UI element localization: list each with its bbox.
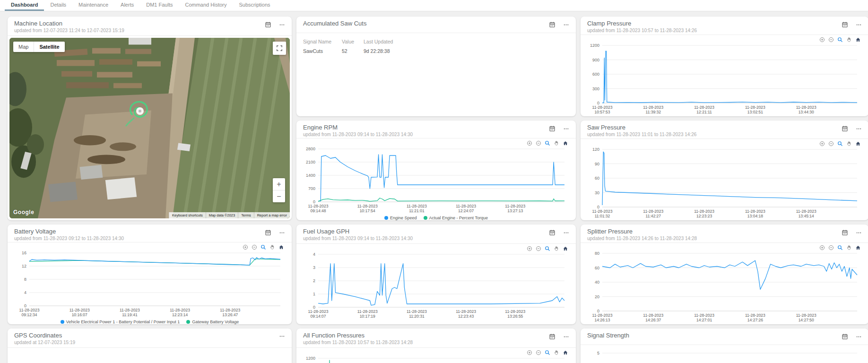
zoom-in-icon[interactable] xyxy=(527,140,532,146)
pan-hand-icon[interactable] xyxy=(846,37,852,43)
legend-item[interactable]: Engine Speed xyxy=(384,216,417,220)
battery-voltage-chart[interactable]: 048121611-28-202309:12:3411-28-202310:16… xyxy=(12,251,287,319)
svg-text:13:27:13: 13:27:13 xyxy=(507,208,523,213)
pan-hand-icon[interactable] xyxy=(846,141,852,147)
more-options-icon[interactable] xyxy=(856,230,862,236)
all-function-pressures-chart[interactable]: 03006009001200 xyxy=(301,356,571,363)
legend-item[interactable]: Vehicle Electrical Power 1 - Battery Pot… xyxy=(61,320,180,324)
pan-hand-icon[interactable] xyxy=(554,246,559,251)
terms-link[interactable]: Terms xyxy=(238,212,253,218)
zoom-out-icon[interactable] xyxy=(536,246,541,251)
tab-dm1-faults[interactable]: DM1 Faults xyxy=(140,0,179,11)
satellite-map[interactable]: Map Satellite xyxy=(9,38,290,218)
home-reset-icon[interactable] xyxy=(855,141,861,147)
panel-subtitle: updated from 12-07-2023 11:24 to 12-07-2… xyxy=(14,28,124,33)
calendar-icon[interactable] xyxy=(265,21,271,28)
svg-text:11-28-2023: 11-28-2023 xyxy=(694,105,714,110)
report-map-error-link[interactable]: Report a map error xyxy=(254,212,290,218)
tab-maintenance[interactable]: Maintenance xyxy=(72,0,114,11)
panel-header: Splitter Pressure updated from 11-28-202… xyxy=(581,225,868,243)
saw-pressure-chart[interactable]: 030609012011-28-202311:01:3211-28-202311… xyxy=(585,147,864,220)
zoom-out-icon[interactable] xyxy=(536,350,541,355)
svg-text:300: 300 xyxy=(592,86,599,91)
zoom-in-icon[interactable] xyxy=(819,245,825,251)
zoom-out-icon[interactable] xyxy=(828,37,834,43)
home-reset-icon[interactable] xyxy=(563,140,568,146)
map-type-control: Map Satellite xyxy=(13,42,65,52)
svg-text:09:12:34: 09:12:34 xyxy=(21,312,37,317)
more-options-icon[interactable] xyxy=(856,22,862,28)
tab-details[interactable]: Details xyxy=(44,0,72,11)
calendar-icon[interactable] xyxy=(549,125,556,132)
calendar-icon[interactable] xyxy=(549,333,556,340)
tab-command-history[interactable]: Command History xyxy=(179,0,233,11)
box-zoom-icon[interactable] xyxy=(260,244,266,250)
more-options-icon[interactable] xyxy=(279,22,285,28)
signal-strength-chart[interactable]: 012345 xyxy=(585,351,864,363)
zoom-in-icon[interactable] xyxy=(527,246,532,251)
zoom-out-icon[interactable] xyxy=(828,245,834,251)
chart-legend: Vehicle Electrical Power 1 - Battery Pot… xyxy=(12,319,287,324)
box-zoom-icon[interactable] xyxy=(837,141,843,147)
engine-rpm-chart[interactable]: 070014002100280011-28-202309:14:4811-28-… xyxy=(301,147,571,215)
zoom-out-button[interactable]: − xyxy=(273,190,285,202)
more-options-icon[interactable] xyxy=(563,230,569,236)
calendar-icon[interactable] xyxy=(549,229,556,236)
calendar-icon[interactable] xyxy=(842,229,848,236)
more-options-icon[interactable] xyxy=(563,334,569,340)
box-zoom-icon[interactable] xyxy=(545,140,550,146)
svg-text:11-28-2023: 11-28-2023 xyxy=(357,309,378,314)
zoom-out-icon[interactable] xyxy=(828,141,834,147)
home-reset-icon[interactable] xyxy=(855,245,861,251)
more-options-icon[interactable] xyxy=(856,126,862,132)
legend-item[interactable]: Actual Engine - Percent Torque xyxy=(424,216,488,220)
zoom-in-icon[interactable] xyxy=(243,244,248,250)
box-zoom-icon[interactable] xyxy=(837,37,843,43)
home-reset-icon[interactable] xyxy=(278,244,284,250)
box-zoom-icon[interactable] xyxy=(837,245,843,251)
pan-hand-icon[interactable] xyxy=(269,244,275,250)
calendar-icon[interactable] xyxy=(265,229,271,236)
satellite-button[interactable]: Satellite xyxy=(34,42,64,52)
box-zoom-icon[interactable] xyxy=(545,350,550,355)
zoom-in-icon[interactable] xyxy=(819,37,825,43)
pan-hand-icon[interactable] xyxy=(554,350,559,355)
more-options-icon[interactable] xyxy=(563,22,569,28)
panel-header: Signal Strength xyxy=(581,328,868,345)
zoom-in-button[interactable]: + xyxy=(273,178,285,190)
pan-hand-icon[interactable] xyxy=(554,140,559,146)
clamp-pressure-chart[interactable]: 0300600900120011-28-202310:57:5311-28-20… xyxy=(585,43,864,116)
calendar-icon[interactable] xyxy=(842,21,848,28)
tab-subscriptions[interactable]: Subscriptions xyxy=(233,0,277,11)
panel-title: All Function Pressures xyxy=(303,332,413,339)
more-options-icon[interactable] xyxy=(563,126,569,132)
more-options-icon[interactable] xyxy=(856,334,862,340)
pan-hand-icon[interactable] xyxy=(846,245,852,251)
calendar-icon[interactable] xyxy=(842,333,848,340)
fullscreen-button[interactable] xyxy=(273,42,286,55)
panel-title: GPS Coordinates xyxy=(14,332,75,339)
home-reset-icon[interactable] xyxy=(563,350,568,355)
more-options-icon[interactable] xyxy=(279,333,285,339)
zoom-out-icon[interactable] xyxy=(252,244,257,250)
home-reset-icon[interactable] xyxy=(563,246,568,251)
svg-text:16: 16 xyxy=(22,251,26,255)
home-reset-icon[interactable] xyxy=(855,37,861,43)
zoom-in-icon[interactable] xyxy=(819,141,825,147)
map-button[interactable]: Map xyxy=(13,42,34,52)
zoom-in-icon[interactable] xyxy=(527,350,532,355)
splitter-pressure-chart[interactable]: 02040608011-28-202314:26:1311-28-202314:… xyxy=(585,251,864,324)
keyboard-shortcuts-link[interactable]: Keyboard shortcuts xyxy=(169,212,206,218)
box-zoom-icon[interactable] xyxy=(545,246,550,251)
fuel-usage-chart[interactable]: 0123411-28-202309:14:0711-28-202310:17:1… xyxy=(301,252,571,320)
zoom-out-icon[interactable] xyxy=(536,140,541,146)
map-imagery xyxy=(9,38,290,218)
more-options-icon[interactable] xyxy=(279,230,285,236)
calendar-icon[interactable] xyxy=(842,125,848,132)
svg-text:12:23:43: 12:23:43 xyxy=(458,314,474,319)
tab-dashboard[interactable]: Dashboard xyxy=(5,0,44,11)
panel-header: Saw Pressure updated from 11-28-2023 11:… xyxy=(581,121,868,139)
calendar-icon[interactable] xyxy=(549,21,556,28)
legend-item[interactable]: Gateway Battery Voltage xyxy=(186,320,239,324)
tab-alerts[interactable]: Alerts xyxy=(114,0,140,11)
